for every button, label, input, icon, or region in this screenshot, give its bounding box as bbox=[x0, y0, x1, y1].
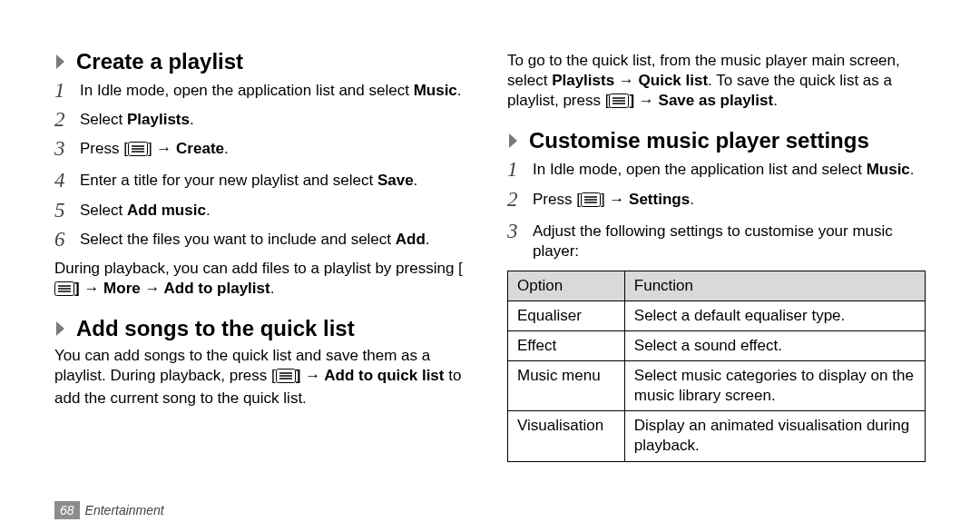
heading-create-playlist: Create a playlist bbox=[54, 47, 473, 75]
chevron-icon bbox=[54, 54, 67, 70]
step: Enter a title for your new playlist and … bbox=[54, 171, 473, 191]
table-header-row: Option Function bbox=[508, 271, 926, 300]
heading-text: Add songs to the quick list bbox=[76, 314, 355, 342]
right-column: To go to the quick list, from the music … bbox=[507, 44, 926, 532]
playback-note: During playback, you can add files to a … bbox=[54, 259, 473, 301]
step: Press [] → Create. bbox=[54, 139, 473, 162]
page-number: 68 bbox=[54, 501, 80, 519]
page-footer: 68 Entertainment bbox=[54, 501, 164, 519]
table-row: EffectSelect a sound effect. bbox=[508, 331, 926, 361]
manual-page: Create a playlist In Idle mode, open the… bbox=[0, 0, 980, 532]
settings-table: Option Function EqualiserSelect a defaul… bbox=[507, 271, 926, 462]
table-row: Music menuSelect music categories to dis… bbox=[508, 361, 926, 411]
menu-icon bbox=[128, 142, 148, 162]
step: In Idle mode, open the application list … bbox=[507, 160, 926, 180]
section-name: Entertainment bbox=[85, 502, 164, 518]
step: Select Playlists. bbox=[54, 110, 473, 130]
create-playlist-steps: In Idle mode, open the application list … bbox=[54, 81, 473, 250]
heading-text: Create a playlist bbox=[76, 47, 243, 75]
menu-icon bbox=[54, 281, 74, 301]
step: Select the files you want to include and… bbox=[54, 230, 473, 250]
table-header: Function bbox=[624, 271, 925, 300]
chevron-icon bbox=[507, 133, 520, 149]
step: Select Add music. bbox=[54, 201, 473, 221]
quick-list-note: You can add songs to the quick list and … bbox=[54, 346, 473, 409]
customise-steps: In Idle mode, open the application list … bbox=[507, 160, 926, 261]
menu-icon bbox=[581, 192, 601, 212]
table-row: VisualisationDisplay an animated visuali… bbox=[508, 411, 926, 461]
menu-icon bbox=[276, 369, 296, 389]
table-header: Option bbox=[508, 271, 625, 300]
left-column: Create a playlist In Idle mode, open the… bbox=[54, 44, 473, 532]
heading-quick-list: Add songs to the quick list bbox=[54, 314, 473, 342]
table-row: EqualiserSelect a default equaliser type… bbox=[508, 300, 926, 330]
chevron-icon bbox=[54, 320, 67, 337]
step: In Idle mode, open the application list … bbox=[54, 81, 473, 101]
step: Adjust the following settings to customi… bbox=[507, 222, 926, 261]
heading-text: Customise music player settings bbox=[529, 126, 869, 154]
goto-quick-list-note: To go to the quick list, from the music … bbox=[507, 51, 926, 113]
heading-customise-settings: Customise music player settings bbox=[507, 126, 926, 154]
step: Press [] → Settings. bbox=[507, 190, 926, 212]
menu-icon bbox=[609, 94, 629, 113]
